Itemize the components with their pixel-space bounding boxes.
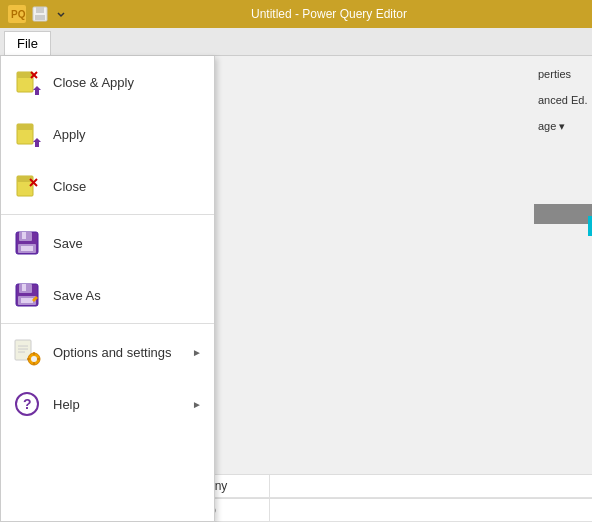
manage-label[interactable]: age ▾ [538, 120, 588, 133]
menu-item-apply[interactable]: Apply [1, 108, 214, 160]
help-arrow: ► [192, 399, 202, 410]
save-as-label: Save As [53, 288, 202, 303]
menu-item-options[interactable]: Options and settings ► [1, 326, 214, 378]
advanced-editor-label[interactable]: anced Ed... [538, 94, 588, 106]
help-label: Help [53, 397, 180, 412]
apply-icon [13, 120, 41, 148]
menu-item-close[interactable]: Close [1, 160, 214, 212]
divider-2 [1, 323, 214, 324]
options-arrow: ► [192, 347, 202, 358]
apply-label: Apply [53, 127, 202, 142]
svg-rect-26 [22, 284, 26, 291]
menu-item-save-as[interactable]: Save As [1, 269, 214, 321]
menu-item-help[interactable]: ? Help ► [1, 378, 214, 430]
svg-rect-14 [35, 142, 39, 147]
close-label: Close [53, 179, 202, 194]
svg-rect-38 [27, 358, 30, 360]
properties-label: perties [538, 68, 588, 80]
app-icon: PQ [8, 5, 26, 23]
svg-text:?: ? [23, 396, 32, 412]
save-label: Save [53, 236, 202, 251]
svg-marker-13 [33, 138, 41, 142]
svg-text:PQ: PQ [11, 9, 26, 20]
menu-item-close-apply[interactable]: Close & Apply [1, 56, 214, 108]
save-title-icon[interactable] [32, 6, 48, 22]
options-icon [13, 338, 41, 366]
svg-rect-28 [21, 298, 33, 303]
ribbon: File [0, 28, 592, 56]
svg-rect-21 [22, 232, 26, 239]
svg-rect-4 [35, 15, 45, 20]
file-menu: Close & Apply Apply [0, 56, 215, 522]
gray-bar [534, 204, 592, 224]
main-container: Close & Apply Apply [0, 56, 592, 522]
help-icon: ? [13, 390, 41, 418]
menu-item-save[interactable]: Save [1, 217, 214, 269]
title-bar: PQ Untitled - Power Query Editor [0, 0, 592, 28]
svg-rect-8 [35, 90, 39, 95]
dropdown-arrow-icon[interactable] [54, 7, 68, 21]
svg-marker-7 [33, 86, 41, 90]
save-as-icon [13, 281, 41, 309]
close-apply-icon [13, 68, 41, 96]
divider-1 [1, 214, 214, 215]
svg-rect-12 [17, 124, 33, 130]
close-icon [13, 172, 41, 200]
tab-file[interactable]: File [4, 31, 51, 55]
svg-rect-3 [36, 7, 44, 13]
save-icon [13, 229, 41, 257]
close-apply-label: Close & Apply [53, 75, 202, 90]
svg-point-35 [31, 356, 37, 362]
svg-rect-23 [21, 246, 33, 251]
options-label: Options and settings [53, 345, 180, 360]
svg-rect-36 [33, 352, 35, 355]
svg-rect-37 [33, 362, 35, 365]
teal-indicator [588, 216, 592, 236]
window-title: Untitled - Power Query Editor [74, 7, 584, 21]
svg-rect-39 [37, 358, 40, 360]
